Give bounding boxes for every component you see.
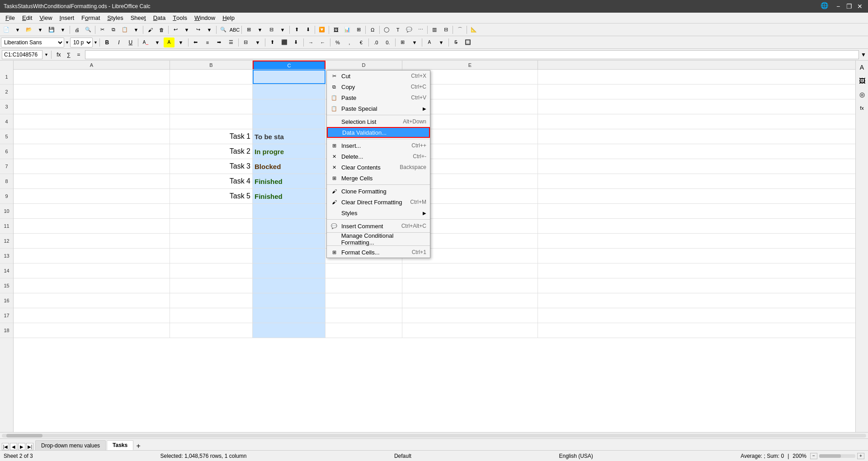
- comment-btn[interactable]: 💬: [404, 25, 415, 35]
- corner-cell[interactable]: [0, 61, 14, 70]
- context-cut[interactable]: ✂ Cut Ctrl+X: [327, 71, 430, 81]
- paste-btn[interactable]: 📋: [119, 25, 130, 35]
- indent-less-btn[interactable]: ←: [317, 38, 328, 47]
- cell-a4[interactable]: [14, 114, 170, 129]
- context-copy[interactable]: ⧉ Copy Ctrl+C: [327, 81, 430, 92]
- cell-a6[interactable]: [14, 144, 170, 159]
- fx-sidebar-icon[interactable]: fx: [857, 103, 867, 113]
- col-header-b[interactable]: B: [170, 61, 253, 69]
- cell-a5[interactable]: [14, 129, 170, 144]
- font-color-dropdown[interactable]: ▼: [152, 38, 163, 47]
- cell-c1[interactable]: [253, 70, 326, 84]
- tab-dropdown-values[interactable]: Drop-down menu values: [35, 440, 106, 450]
- redo-btn[interactable]: ↪: [193, 25, 203, 35]
- cell-b1[interactable]: [170, 70, 253, 84]
- row-1[interactable]: 1: [0, 70, 13, 85]
- col-header-e[interactable]: E: [402, 61, 538, 69]
- print-preview-btn[interactable]: 🔍: [83, 25, 94, 35]
- zoom-out-btn[interactable]: −: [810, 453, 817, 459]
- insert-tb-btn[interactable]: ⊞: [353, 25, 364, 35]
- restore-button[interactable]: ❐: [844, 2, 854, 11]
- number-format-btn[interactable]: %: [332, 38, 343, 47]
- context-merge-cells[interactable]: ⊞ Merge Cells: [327, 173, 430, 183]
- tab-last-btn[interactable]: ▶|: [26, 443, 33, 450]
- fx-button[interactable]: fx: [54, 50, 63, 59]
- shadow-btn[interactable]: 🔲: [462, 38, 473, 47]
- row-5[interactable]: 5: [0, 129, 13, 144]
- row-14[interactable]: 14: [0, 263, 13, 278]
- row-3[interactable]: 3: [0, 99, 13, 114]
- menu-tools[interactable]: Tools: [169, 13, 191, 23]
- tab-tasks[interactable]: Tasks: [107, 440, 133, 450]
- eraser-btn[interactable]: 🗑: [156, 25, 167, 35]
- close-button[interactable]: ✕: [855, 2, 864, 11]
- justify-btn[interactable]: ☰: [226, 38, 236, 47]
- tab-prev-btn[interactable]: ◀: [10, 443, 17, 450]
- open-btn[interactable]: 📂: [24, 25, 34, 35]
- sort-desc-btn[interactable]: ⬇: [302, 25, 313, 35]
- cell-c9[interactable]: Finished: [253, 189, 326, 203]
- bg-color-btn[interactable]: A: [424, 38, 435, 47]
- context-insert[interactable]: ⊞ Insert... Ctrl++: [327, 140, 430, 151]
- menu-insert[interactable]: Insert: [56, 13, 78, 23]
- copy-btn[interactable]: ⧉: [108, 25, 119, 35]
- borders-btn[interactable]: ⊞: [243, 25, 254, 35]
- symbols-btn[interactable]: Ω: [367, 25, 378, 35]
- spellcheck-btn[interactable]: ABC: [229, 25, 240, 35]
- row-17[interactable]: 17: [0, 308, 13, 323]
- align-center-btn[interactable]: ≡: [202, 38, 213, 47]
- formula-input[interactable]: [85, 50, 859, 59]
- cell-a3[interactable]: [14, 99, 170, 114]
- context-paste-special[interactable]: 📋 Paste Special ▶: [327, 103, 430, 114]
- sum-button[interactable]: ∑: [64, 50, 73, 59]
- insert-img-btn[interactable]: 🖼: [330, 25, 341, 35]
- undo-btn[interactable]: ↩: [170, 25, 181, 35]
- italic-button[interactable]: I: [113, 38, 124, 47]
- context-clear-contents[interactable]: ✕ Clear Contents Backspace: [327, 162, 430, 173]
- styles-sidebar-icon[interactable]: A: [857, 62, 867, 72]
- more-btn[interactable]: ⋯: [415, 25, 426, 35]
- context-selection-list[interactable]: Selection List Alt+Down: [327, 116, 430, 127]
- context-paste[interactable]: 📋 Paste Ctrl+V: [327, 92, 430, 103]
- cell-a7[interactable]: [14, 159, 170, 174]
- col-rows-btn[interactable]: ⊟: [266, 25, 277, 35]
- menu-view[interactable]: View: [36, 13, 56, 23]
- context-styles[interactable]: Styles ▶: [327, 207, 430, 218]
- menu-data[interactable]: Data: [150, 13, 169, 23]
- menu-help[interactable]: Help: [219, 13, 238, 23]
- thousands-btn[interactable]: ,: [344, 38, 355, 47]
- tab-next-btn[interactable]: ▶: [18, 443, 25, 450]
- currency-btn[interactable]: €: [356, 38, 367, 47]
- print-btn[interactable]: 🖨: [71, 25, 82, 35]
- misc1-btn[interactable]: 📐: [468, 25, 479, 35]
- add-sheet-button[interactable]: +: [134, 442, 142, 450]
- cell-b2[interactable]: [170, 85, 253, 99]
- freeze-btn[interactable]: ⊟: [440, 25, 451, 35]
- cell-c2[interactable]: [253, 85, 326, 99]
- filter-btn[interactable]: 🔽: [316, 25, 327, 35]
- cell-b5[interactable]: Task 1: [170, 129, 253, 144]
- align-right-btn[interactable]: ➡: [214, 38, 225, 47]
- cell-c8[interactable]: Finished: [253, 174, 326, 188]
- cell-b8[interactable]: Task 4: [170, 174, 253, 188]
- borders-dropdown-btn[interactable]: ▼: [255, 25, 265, 35]
- context-data-validation[interactable]: Data Validation...: [327, 127, 430, 138]
- cell-a8[interactable]: [14, 174, 170, 188]
- menu-sheet[interactable]: Sheet: [127, 13, 150, 23]
- row-9[interactable]: 9: [0, 189, 13, 204]
- formula-expand-icon[interactable]: ▼: [861, 52, 866, 58]
- minimize-button[interactable]: −: [834, 2, 843, 11]
- equals-button[interactable]: =: [74, 50, 83, 59]
- context-format-cells[interactable]: ⊞ Format Cells... Ctrl+1: [327, 247, 430, 258]
- menu-file[interactable]: File: [2, 13, 19, 23]
- wrap-btn[interactable]: ⌒: [454, 25, 465, 35]
- context-manage-conditional[interactable]: Manage Conditional Formatting...: [327, 234, 430, 245]
- font-size-select[interactable]: 10 pt: [70, 38, 93, 47]
- find-btn[interactable]: 🔍: [218, 25, 229, 35]
- cell-a1[interactable]: [14, 70, 170, 84]
- underline-button[interactable]: U: [125, 38, 136, 47]
- cell-c3[interactable]: [253, 99, 326, 114]
- cell-c6[interactable]: In progre: [253, 144, 326, 159]
- cell-a9[interactable]: [14, 189, 170, 203]
- col-header-a[interactable]: A: [14, 61, 170, 69]
